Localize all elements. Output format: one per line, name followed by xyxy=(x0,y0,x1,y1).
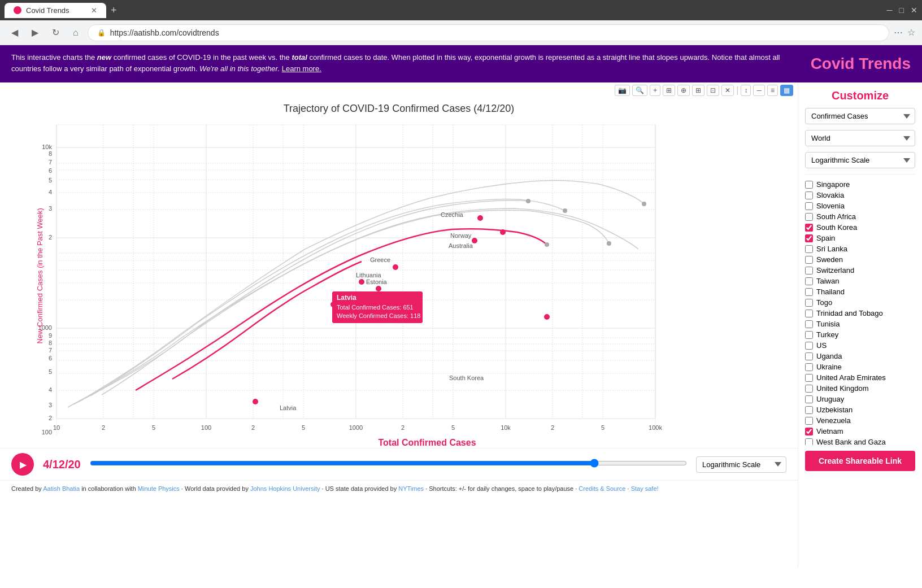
country-checkbox-tunisia[interactable] xyxy=(805,320,813,328)
country-checkbox-singapore[interactable] xyxy=(805,181,813,189)
forward-button[interactable]: ▶ xyxy=(27,25,43,40)
scale-dropdown[interactable]: Logarithmic Scale Linear Scale xyxy=(696,456,786,473)
country-checkbox-south-africa[interactable] xyxy=(805,213,813,221)
list-item[interactable]: Singapore xyxy=(805,179,915,190)
credits-link[interactable]: Credits & Source xyxy=(579,485,625,492)
country-checkbox-west-bank-and-gaza[interactable] xyxy=(805,438,813,446)
list-item[interactable]: Ukraine xyxy=(805,361,915,372)
list-item[interactable]: Tunisia xyxy=(805,319,915,329)
country-checkbox-slovenia[interactable] xyxy=(805,202,813,210)
minute-physics-link[interactable]: Minute Physics xyxy=(138,485,180,492)
opt1-tool[interactable]: ⊞ xyxy=(692,85,704,96)
back-button[interactable]: ◀ xyxy=(7,25,23,40)
country-checkbox-switzerland[interactable] xyxy=(805,267,813,275)
country-checkbox-uruguay[interactable] xyxy=(805,395,813,403)
info-banner: This interactive charts the new confirme… xyxy=(0,45,922,82)
country-checkbox-sri-lanka[interactable] xyxy=(805,245,813,253)
tab-close-button[interactable]: ✕ xyxy=(91,6,97,15)
country-label: Slovenia xyxy=(816,202,845,210)
list-item[interactable]: US xyxy=(805,340,915,351)
list-item[interactable]: Sri Lanka xyxy=(805,243,915,254)
learn-more-link[interactable]: Learn more. xyxy=(282,64,321,73)
svg-text:100: 100 xyxy=(201,424,211,431)
timeline-slider[interactable] xyxy=(90,459,687,470)
list-item[interactable]: United Kingdom xyxy=(805,383,915,394)
zoomrect-tool[interactable]: ⊕ xyxy=(677,85,690,96)
date-range-input[interactable] xyxy=(90,459,687,468)
country-checkbox-us[interactable] xyxy=(805,342,813,350)
zoomin-tool[interactable]: + xyxy=(650,85,660,96)
list-item[interactable]: Thailand xyxy=(805,286,915,297)
nytimes-link[interactable]: NYTimes xyxy=(398,485,424,492)
country-checkbox-united-arab-emirates[interactable] xyxy=(805,374,813,382)
svg-text:6: 6 xyxy=(49,355,52,361)
spike-tool[interactable]: ↕ xyxy=(741,85,751,96)
browser-tab[interactable]: Covid Trends ✕ xyxy=(5,3,106,18)
list-item[interactable]: Uganda xyxy=(805,351,915,361)
country-checkbox-united-kingdom[interactable] xyxy=(805,385,813,393)
play-button[interactable]: ▶ xyxy=(11,453,34,476)
country-label: US xyxy=(816,341,827,350)
bookmark-icon[interactable]: ☆ xyxy=(907,27,915,38)
country-checkbox-uganda[interactable] xyxy=(805,352,813,360)
line-tool[interactable]: ─ xyxy=(753,85,765,96)
create-link-button[interactable]: Create Shareable Link xyxy=(805,451,915,471)
list-item[interactable]: Spain xyxy=(805,233,915,243)
country-checkbox-south-korea[interactable] xyxy=(805,224,813,232)
country-checkbox-togo[interactable] xyxy=(805,299,813,307)
author-link[interactable]: Aatish Bhatia xyxy=(43,485,80,492)
list-item[interactable]: Uzbekistan xyxy=(805,404,915,415)
list-item[interactable]: Slovakia xyxy=(805,190,915,201)
minimize-button[interactable]: ─ xyxy=(887,6,893,15)
region-dropdown[interactable]: World xyxy=(805,130,915,146)
country-label: Taiwan xyxy=(816,277,839,285)
pan-tool[interactable]: ⊞ xyxy=(663,85,675,96)
zoom-tool[interactable]: 🔍 xyxy=(632,85,647,96)
stay-safe-link[interactable]: Stay safe! xyxy=(631,485,659,492)
country-checkbox-vietnam[interactable] xyxy=(805,428,813,435)
list-item[interactable]: United Arab Emirates xyxy=(805,372,915,383)
close-button[interactable]: ✕ xyxy=(911,6,917,15)
camera-tool[interactable]: 📷 xyxy=(615,85,630,96)
list-item[interactable]: Vietnam xyxy=(805,426,915,437)
chart-wrapper: New Confirmed Cases (in the Past Week) .… xyxy=(23,119,798,448)
metric-dropdown[interactable]: Confirmed Cases xyxy=(805,108,915,124)
list-item[interactable]: South Africa xyxy=(805,211,915,222)
reset-tool[interactable]: ✕ xyxy=(721,85,734,96)
list-item[interactable]: Taiwan xyxy=(805,276,915,286)
country-checkbox-venezuela[interactable] xyxy=(805,417,813,425)
country-checkbox-sweden[interactable] xyxy=(805,256,813,264)
country-label: Togo xyxy=(816,298,832,307)
country-checkbox-ukraine[interactable] xyxy=(805,363,813,371)
list-item[interactable]: Togo xyxy=(805,297,915,308)
list-item[interactable]: Switzerland xyxy=(805,265,915,276)
list-item[interactable]: Trinidad and Tobago xyxy=(805,308,915,319)
list-item[interactable]: Turkey xyxy=(805,329,915,340)
country-checkbox-trinidad-and-tobago[interactable] xyxy=(805,310,813,317)
country-checkbox-slovakia[interactable] xyxy=(805,191,813,199)
compare-tool[interactable]: ≡ xyxy=(767,85,778,96)
new-tab-button[interactable]: + xyxy=(111,5,117,16)
list-item[interactable]: Uruguay xyxy=(805,394,915,404)
extensions-icon[interactable]: ⋯ xyxy=(894,27,903,38)
maximize-button[interactable]: □ xyxy=(899,6,904,15)
country-label: South Africa xyxy=(816,212,856,221)
list-item[interactable]: Sweden xyxy=(805,254,915,265)
list-item[interactable]: Slovenia xyxy=(805,201,915,211)
country-checkbox-turkey[interactable] xyxy=(805,331,813,339)
opt2-tool[interactable]: ⊡ xyxy=(707,85,719,96)
list-item[interactable]: South Korea xyxy=(805,222,915,233)
list-item[interactable]: West Bank and Gaza xyxy=(805,437,915,445)
svg-text:5: 5 xyxy=(302,424,305,431)
country-checkbox-taiwan[interactable] xyxy=(805,277,813,285)
refresh-button[interactable]: ↻ xyxy=(47,25,64,40)
country-checkbox-spain[interactable] xyxy=(805,234,813,242)
country-checkbox-thailand[interactable] xyxy=(805,288,813,296)
home-button[interactable]: ⌂ xyxy=(68,25,83,40)
country-checkbox-uzbekistan[interactable] xyxy=(805,406,813,414)
johns-hopkins-link[interactable]: Johns Hopkins University xyxy=(250,485,320,492)
chart-scale-dropdown[interactable]: Logarithmic Scale Linear Scale xyxy=(805,152,915,168)
list-item[interactable]: Venezuela xyxy=(805,415,915,426)
address-bar[interactable]: 🔒 https://aatishb.com/covidtrends xyxy=(88,24,889,41)
active-tool[interactable]: ▦ xyxy=(780,85,793,96)
